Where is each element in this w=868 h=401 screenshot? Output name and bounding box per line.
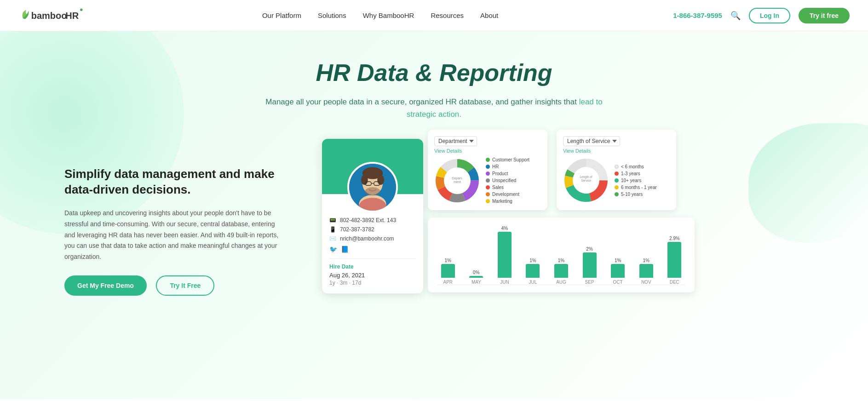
bar-group-jul: 1%JUL [522, 258, 544, 285]
search-icon[interactable]: 🔍 [730, 11, 741, 21]
bar-label-oct: OCT [613, 280, 623, 285]
bar-group-aug: 1%AUG [550, 258, 572, 285]
nav-resources[interactable]: Resources [431, 11, 464, 19]
svg-text:Depart-: Depart- [452, 177, 463, 180]
hire-date-section: Hire Date Aug 26, 2021 1y · 3m · 17d [329, 258, 416, 286]
bar-pct-aug: 1% [558, 258, 564, 263]
bar-label-aug: AUG [556, 280, 566, 285]
bar-group-nov: 1%NOV [635, 258, 657, 285]
content-section: Simplify data management and make data-d… [18, 148, 850, 378]
bar-pct-nov: 1% [643, 258, 649, 263]
svg-text:Service: Service [581, 179, 591, 182]
los-dropdown[interactable]: Length of Service [563, 136, 620, 146]
contact-mobile: 📱 702-387-3782 [329, 226, 416, 233]
legend-item-10plus: 10+ years [615, 178, 657, 183]
legend-item-marketing: Marketing [486, 199, 529, 204]
dept-donut-svg: Depart- ment [434, 158, 480, 204]
social-links: 🐦 📘 [329, 246, 416, 253]
content-heading: Simplify data management and make data-d… [64, 166, 285, 198]
bar-pct-may: 0% [473, 270, 479, 275]
svg-text:Length of: Length of [580, 175, 592, 179]
hero-section: HR Data & Reporting Manage all your peop… [0, 31, 868, 399]
content-body: Data upkeep and uncovering insights abou… [64, 208, 285, 263]
hire-date-label: Hire Date [329, 264, 416, 270]
employee-card: 📟 802-482-3892 Ext. 143 📱 702-387-3782 ✉… [322, 139, 423, 293]
svg-point-13 [365, 187, 380, 196]
bar-chart-area: 1%APR0%MAY4%JUN1%JUL1%AUG2%SEP1%OCT1%NOV… [437, 225, 685, 285]
bar-aug [554, 264, 568, 278]
nav-about[interactable]: About [480, 11, 498, 19]
bar-pct-oct: 1% [615, 258, 621, 263]
dept-dropdown[interactable]: Department [434, 136, 477, 146]
employee-avatar [347, 162, 398, 212]
legend-item-development: Development [486, 192, 529, 197]
legend-item-hr: HR [486, 164, 529, 169]
dept-legend: Customer Support HR Product [486, 157, 529, 204]
hero-title: HR Data & Reporting [18, 59, 850, 86]
bar-pct-jul: 1% [529, 258, 536, 263]
hero-subtitle-highlight: lead to strategic action. [407, 97, 603, 119]
logo[interactable]: bamboo HR [18, 6, 87, 25]
mobile-icon: 📱 [329, 226, 336, 233]
bar-group-dec: 2.9%DEC [664, 236, 686, 285]
phone-number[interactable]: 1-866-387-9595 [673, 11, 722, 19]
svg-point-8 [361, 175, 368, 185]
bar-label-sep: SEP [585, 280, 594, 285]
navbar: bamboo HR Our Platform Solutions Why Bam… [0, 0, 868, 31]
los-chart-header: Length of Service [563, 136, 670, 146]
chart-baseline [437, 285, 685, 285]
nav-why-bamboohr[interactable]: Why BambooHR [363, 11, 414, 19]
bar-pct-dec: 2.9% [669, 236, 680, 241]
bar-dec [667, 242, 681, 278]
los-donut-row: Length of Service < 6 months [563, 157, 670, 203]
left-content: Simplify data management and make data-d… [64, 148, 285, 296]
bar-pct-jun: 4% [501, 226, 508, 231]
twitter-icon[interactable]: 🐦 [329, 246, 337, 253]
login-button[interactable]: Log In [749, 8, 790, 23]
bar-group-may: 0%MAY [466, 270, 488, 285]
bar-chart-card: 1%APR0%MAY4%JUN1%JUL1%AUG2%SEP1%OCT1%NOV… [428, 218, 695, 292]
demo-button[interactable]: Get My Free Demo [64, 275, 147, 296]
hire-date-value: Aug 26, 2021 [329, 272, 416, 279]
svg-text:ment: ment [454, 180, 461, 183]
nav-solutions[interactable]: Solutions [318, 11, 346, 19]
legend-item-sales: Sales [486, 185, 529, 190]
bar-pct-apr: 1% [445, 258, 451, 263]
svg-point-2 [80, 8, 82, 11]
los-chart-card: Length of Service View Details [557, 130, 676, 210]
dept-chart-header: Department [434, 136, 541, 146]
facebook-icon[interactable]: 📘 [341, 246, 349, 253]
contact-email: ✉️ nrich@bamboohr.com [329, 235, 416, 242]
hire-date-tenure: 1y · 3m · 17d [329, 280, 416, 286]
bar-pct-sep: 2% [586, 246, 592, 252]
legend-item-1-3yr: 1-3 years [615, 171, 657, 176]
department-chart-card: Department View Details [428, 130, 547, 210]
bar-apr [441, 264, 455, 278]
bar-jul [526, 264, 540, 278]
bar-label-jun: JUN [500, 280, 509, 285]
los-donut-svg: Length of Service [563, 157, 609, 203]
try-it-free-button[interactable]: Try It Free [156, 275, 214, 296]
svg-text:HR: HR [65, 11, 79, 21]
right-dashboard: 📟 802-482-3892 Ext. 143 📱 702-387-3782 ✉… [322, 148, 804, 378]
los-legend: < 6 months 1-3 years 10+ years [615, 164, 657, 197]
los-view-details[interactable]: View Details [563, 148, 670, 154]
employee-card-header [322, 139, 423, 194]
legend-item-unspecified: Unspecified [486, 178, 529, 183]
legend-item-customer-support: Customer Support [486, 157, 529, 162]
bar-label-may: MAY [471, 280, 481, 285]
bar-sep [583, 252, 597, 278]
bar-label-jul: JUL [529, 280, 537, 285]
legend-item-lt6m: < 6 months [615, 164, 657, 169]
try-free-button[interactable]: Try it free [799, 8, 850, 23]
bar-group-apr: 1%APR [437, 258, 459, 285]
nav-our-platform[interactable]: Our Platform [262, 11, 301, 19]
dept-view-details[interactable]: View Details [434, 148, 541, 154]
email-icon: ✉️ [329, 235, 336, 242]
charts-area: Department View Details [428, 130, 805, 292]
svg-point-9 [377, 175, 384, 185]
cta-buttons: Get My Free Demo Try It Free [64, 275, 285, 296]
nav-links: Our Platform Solutions Why BambooHR Reso… [262, 11, 498, 19]
bar-group-jun: 4%JUN [494, 226, 516, 285]
hero-subtitle: Manage all your people data in a secure,… [250, 96, 618, 120]
